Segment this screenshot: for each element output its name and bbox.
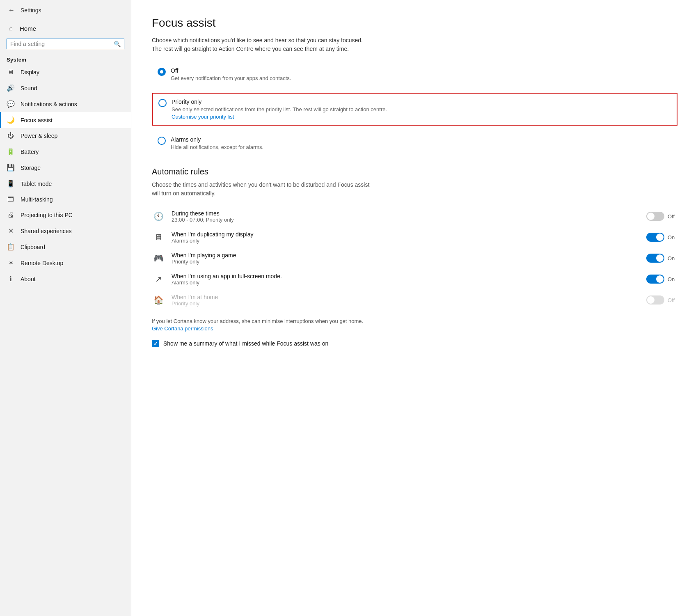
during-times-icon: 🕙 — [152, 211, 165, 221]
tablet-mode-icon: 📱 — [7, 180, 15, 188]
sidebar-item-focus-assist[interactable]: 🌙 Focus assist — [0, 112, 131, 128]
toggle-group-full-screen: On — [646, 275, 677, 284]
sidebar-item-sound[interactable]: 🔊 Sound — [0, 80, 131, 96]
sidebar-item-shared-experiences[interactable]: ✕ Shared experiences — [0, 223, 131, 239]
home-label: Home — [20, 25, 36, 32]
toggle-duplicating-display[interactable] — [646, 233, 664, 242]
toggle-label-full-screen: On — [668, 276, 677, 282]
rules-container: 🕙 During these times 23:00 - 07:00; Prio… — [152, 206, 677, 311]
radio-label-priority-only: Priority only — [172, 98, 671, 105]
sidebar-item-tablet-mode[interactable]: 📱 Tablet mode — [0, 176, 131, 192]
power-sleep-icon: ⏻ — [7, 132, 15, 140]
storage-icon: 💾 — [7, 164, 15, 172]
back-button[interactable]: ← — [7, 5, 16, 16]
sidebar-item-label-about: About — [21, 276, 36, 282]
full-screen-icon: ↗ — [152, 274, 165, 284]
toggle-label-during-times: Off — [668, 213, 677, 220]
page-description: Choose which notifications you'd like to… — [152, 36, 373, 53]
toggle-group-duplicating-display: On — [646, 233, 677, 242]
radio-text-priority-only: Priority only See only selected notifica… — [172, 98, 671, 120]
rule-title-playing-game: When I'm playing a game — [172, 252, 640, 259]
radio-option-alarms-only: Alarms only Hide all notifications, exce… — [152, 132, 677, 155]
rule-text-playing-game: When I'm playing a game Priority only — [172, 252, 640, 265]
rule-text-full-screen: When I'm using an app in full-screen mod… — [172, 273, 640, 286]
priority-list-link[interactable]: Customise your priority list — [172, 114, 234, 120]
toggle-during-times[interactable] — [646, 212, 664, 221]
rule-item-full-screen: ↗ When I'm using an app in full-screen m… — [152, 269, 677, 290]
sidebar-item-label-display: Display — [21, 69, 39, 76]
rule-text-during-times: During these times 23:00 - 07:00; Priori… — [172, 210, 640, 223]
sidebar-item-remote-desktop[interactable]: ✶ Remote Desktop — [0, 255, 131, 271]
rule-sub-during-times: 23:00 - 07:00; Priority only — [172, 217, 640, 223]
sidebar-item-multi-tasking[interactable]: 🗔 Multi-tasking — [0, 192, 131, 207]
toggle-group-during-times: Off — [646, 212, 677, 221]
rule-sub-full-screen: Alarms only — [172, 279, 640, 286]
radio-text-alarms-only: Alarms only Hide all notifications, exce… — [171, 136, 672, 151]
sidebar-item-storage[interactable]: 💾 Storage — [0, 160, 131, 176]
sidebar-item-display[interactable]: 🖥 Display — [0, 64, 131, 80]
rule-title-full-screen: When I'm using an app in full-screen mod… — [172, 273, 640, 279]
radio-option-off: Off Get every notification from your app… — [152, 63, 677, 86]
summary-checkbox[interactable]: ✓ — [152, 340, 159, 347]
sidebar-item-label-remote-desktop: Remote Desktop — [21, 260, 63, 266]
focus-assist-icon: 🌙 — [7, 116, 15, 124]
radio-label-off: Off — [171, 67, 672, 74]
sidebar-item-clipboard[interactable]: 📋 Clipboard — [0, 239, 131, 255]
display-icon: 🖥 — [7, 69, 15, 76]
sidebar-item-battery[interactable]: 🔋 Battery — [0, 144, 131, 160]
sound-icon: 🔊 — [7, 84, 15, 92]
rule-text-at-home: When I'm at home Priority only — [172, 294, 640, 307]
sidebar-title-label: Settings — [21, 7, 41, 14]
sidebar-item-notifications[interactable]: 💬 Notifications & actions — [0, 96, 131, 112]
search-box: 🔍 — [7, 39, 124, 49]
about-icon: ℹ — [7, 275, 15, 283]
radio-option-priority-only: Priority only See only selected notifica… — [152, 93, 677, 126]
sidebar-item-label-battery: Battery — [21, 149, 39, 155]
sidebar-item-label-focus-assist: Focus assist — [21, 117, 53, 124]
toggle-full-screen[interactable] — [646, 275, 664, 284]
sidebar: ← Settings ⌂ Home 🔍 System 🖥 Display 🔊 S… — [0, 0, 131, 616]
toggle-group-at-home: Off — [646, 295, 677, 305]
sidebar-header: ← Settings — [0, 0, 131, 21]
rule-item-duplicating-display: 🖥 When I'm duplicating my display Alarms… — [152, 227, 677, 248]
main-content: Focus assist Choose which notifications … — [131, 0, 698, 616]
radio-desc-alarms-only: Hide all notifications, except for alarm… — [171, 144, 672, 151]
sidebar-item-label-power-sleep: Power & sleep — [21, 133, 57, 139]
sidebar-item-home[interactable]: ⌂ Home — [0, 21, 131, 36]
rule-sub-duplicating-display: Alarms only — [172, 238, 640, 244]
summary-checkbox-row: ✓ Show me a summary of what I missed whi… — [152, 340, 677, 347]
radio-alarms-only[interactable] — [158, 137, 166, 145]
multi-tasking-icon: 🗔 — [7, 196, 15, 203]
sidebar-item-label-projecting: Projecting to this PC — [21, 212, 73, 218]
radio-priority-only[interactable] — [158, 99, 167, 107]
give-cortana-permissions-link[interactable]: Give Cortana permissions — [152, 325, 213, 332]
radio-options-container: Off Get every notification from your app… — [152, 63, 677, 156]
sidebar-item-projecting[interactable]: 🖨 Projecting to this PC — [0, 207, 131, 223]
sidebar-item-label-tablet-mode: Tablet mode — [21, 181, 52, 187]
toggle-playing-game[interactable] — [646, 254, 664, 263]
sidebar-item-about[interactable]: ℹ About — [0, 271, 131, 287]
automatic-rules-desc: Choose the times and activities when you… — [152, 181, 373, 198]
summary-checkbox-label: Show me a summary of what I missed while… — [163, 340, 328, 347]
battery-icon: 🔋 — [7, 148, 15, 156]
search-input[interactable] — [10, 41, 114, 47]
radio-desc-priority-only: See only selected notifications from the… — [172, 106, 671, 113]
toggle-group-playing-game: On — [646, 254, 677, 263]
sidebar-item-power-sleep[interactable]: ⏻ Power & sleep — [0, 128, 131, 144]
rule-text-duplicating-display: When I'm duplicating my display Alarms o… — [172, 231, 640, 244]
automatic-rules-heading: Automatic rules — [152, 167, 677, 176]
rule-title-duplicating-display: When I'm duplicating my display — [172, 231, 640, 238]
rule-sub-playing-game: Priority only — [172, 259, 640, 265]
footer-area: If you let Cortana know your address, sh… — [152, 317, 677, 332]
sidebar-item-label-shared-experiences: Shared experiences — [21, 228, 72, 234]
footer-description: If you let Cortana know your address, sh… — [152, 317, 373, 325]
shared-experiences-icon: ✕ — [7, 227, 15, 235]
radio-label-alarms-only: Alarms only — [171, 136, 672, 143]
radio-desc-off: Get every notification from your apps an… — [171, 75, 672, 82]
sidebar-item-label-sound: Sound — [21, 85, 37, 92]
sidebar-item-label-notifications: Notifications & actions — [21, 101, 77, 108]
rule-item-during-times: 🕙 During these times 23:00 - 07:00; Prio… — [152, 206, 677, 227]
radio-off[interactable] — [158, 68, 166, 76]
toggle-label-at-home: Off — [668, 297, 677, 303]
projecting-icon: 🖨 — [7, 211, 15, 219]
